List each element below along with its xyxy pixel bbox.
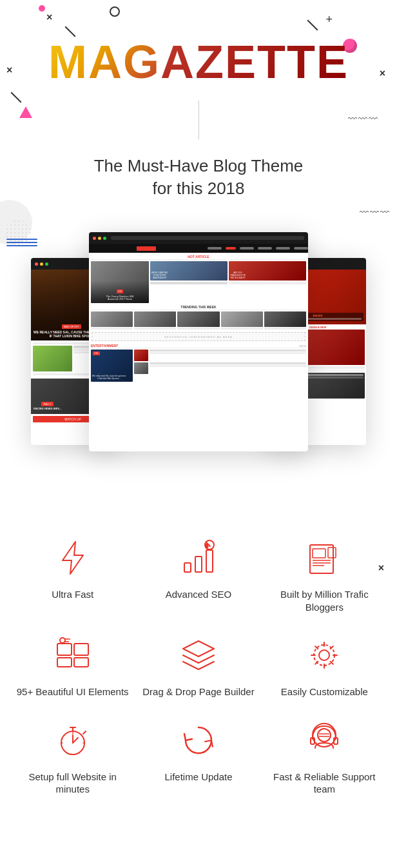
features-grid: Ultra Fast $ Advanced SEO: [13, 535, 384, 796]
lightning-icon: [50, 535, 95, 580]
svg-rect-13: [57, 644, 72, 655]
layers-icon: [176, 633, 221, 678]
mock-main: HOT ARTICLE LIVE The Young Nutrition Wil…: [89, 232, 308, 451]
stopwatch-icon: [50, 718, 95, 763]
svg-rect-16: [74, 658, 88, 667]
svg-point-17: [60, 638, 65, 643]
feature-ui-elements: 95+ Beautiful UI Elements: [13, 633, 132, 698]
svg-text:$: $: [206, 544, 208, 548]
feature-drag-drop: Drag & Drop Page Builder: [139, 633, 258, 698]
feature-advanced-seo: $ Advanced SEO: [139, 535, 258, 613]
svg-line-28: [83, 731, 86, 734]
svg-rect-15: [57, 658, 72, 667]
feature-label-lifetime: Lifetime Update: [164, 771, 232, 784]
feature-label-setup: Setup full Website in minutes: [13, 771, 132, 796]
mockup-container: MAG SPORT WE REALLY NEED SAL, CAUSE THE …: [13, 219, 384, 477]
feature-million-bloggers: Built by Million Trafic Bloggers: [265, 535, 384, 613]
feature-label-drag: Drag & Drop Page Builder: [142, 686, 254, 698]
layout-icon: [50, 633, 95, 678]
hero-section: × MAGAZETTE × 〰〰〰 The Must-Have Blog The…: [0, 0, 397, 509]
svg-point-21: [319, 650, 329, 660]
svg-rect-12: [328, 547, 336, 558]
deco-x-left: ×: [6, 64, 12, 76]
svg-rect-3: [206, 550, 213, 572]
svg-point-32: [318, 729, 331, 742]
newspaper-icon: [302, 535, 347, 580]
logo: MAGAZETTE: [13, 39, 384, 85]
deco-slash-left: [15, 90, 17, 107]
feature-customizable: Easily Customizable: [265, 633, 384, 698]
feature-label-ultra-fast: Ultra Fast: [52, 588, 93, 601]
divider: [198, 101, 199, 139]
deco-triangle: [19, 106, 32, 118]
svg-line-24: [73, 738, 78, 743]
feature-setup-fast: Setup full Website in minutes: [13, 718, 132, 796]
support-icon: [302, 718, 347, 763]
chart-up-icon: $: [176, 535, 221, 580]
feature-label-bloggers: Built by Million Trafic Bloggers: [265, 588, 384, 613]
feature-label-custom: Easily Customizable: [281, 686, 368, 698]
features-section: Ultra Fast $ Advanced SEO: [0, 509, 397, 809]
logo-azette: AZETTE: [160, 36, 349, 88]
tagline: The Must-Have Blog Themefor this 2018: [13, 155, 384, 200]
feature-ultra-fast: Ultra Fast: [13, 535, 132, 613]
feature-label-support: Fast & Reliable Support team: [265, 771, 384, 796]
deco-wave-top: 〰〰〰: [348, 113, 379, 124]
svg-rect-8: [313, 549, 325, 558]
gear-icon: [302, 633, 347, 678]
feature-support: Fast & Reliable Support team: [265, 718, 384, 796]
feature-label-ui: 95+ Beautiful UI Elements: [17, 686, 129, 698]
svg-marker-20: [183, 641, 214, 656]
svg-rect-1: [184, 563, 191, 572]
logo-mag: MAG: [48, 36, 160, 88]
feature-label-seo: Advanced SEO: [166, 588, 232, 601]
svg-marker-0: [63, 542, 83, 574]
svg-rect-14: [74, 644, 88, 655]
svg-rect-2: [195, 557, 202, 572]
feature-lifetime-update: Lifetime Update: [139, 718, 258, 796]
deco-wave-right: 〰〰〰: [360, 206, 391, 218]
refresh-icon: [176, 718, 221, 763]
